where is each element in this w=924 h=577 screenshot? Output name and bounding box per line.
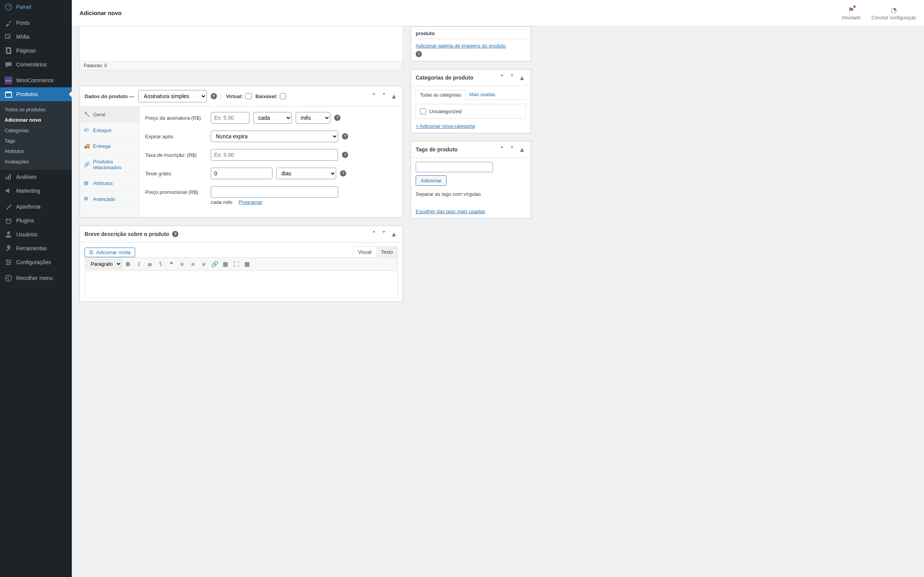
- move-down-icon[interactable]: ˅: [508, 145, 516, 154]
- subscription-price-label: Preço da assinatura (R$): [145, 115, 207, 121]
- ul-icon[interactable]: ≣: [145, 260, 154, 269]
- sidebar-item-usuarios[interactable]: Usuários: [0, 227, 72, 241]
- fullscreen-icon[interactable]: ⛶: [232, 260, 241, 269]
- submenu-tags[interactable]: Tags: [0, 136, 72, 146]
- more-icon[interactable]: ▦: [221, 260, 230, 269]
- sidebar-collapse[interactable]: Recolher menu: [0, 271, 72, 285]
- submenu-add-new[interactable]: Adicionar novo: [0, 115, 72, 125]
- tab-general[interactable]: 🔧Geral: [80, 107, 139, 122]
- sidebar-item-midia[interactable]: Mídia: [0, 30, 72, 44]
- add-tag-button[interactable]: Adicionar: [416, 175, 447, 186]
- tab-label: Geral: [93, 112, 105, 117]
- uncategorized-checkbox[interactable]: [420, 108, 426, 114]
- toggle-panel-icon[interactable]: ▴: [389, 92, 398, 100]
- help-icon[interactable]: ?: [416, 51, 422, 57]
- admin-sidebar: Painel Posts Mídia Páginas Comentários w…: [0, 0, 72, 336]
- help-icon[interactable]: ?: [334, 115, 340, 121]
- submenu-attributes[interactable]: Atributos: [0, 146, 72, 156]
- move-up-icon[interactable]: ˄: [369, 230, 378, 238]
- sidebar-item-painel[interactable]: Painel: [0, 0, 72, 14]
- submenu-reviews[interactable]: Avaliações: [0, 156, 72, 167]
- signup-fee-input[interactable]: [211, 149, 338, 161]
- editor-tab-visual[interactable]: Visual: [354, 247, 376, 257]
- link-icon[interactable]: 🔗: [210, 260, 219, 269]
- submenu-categories[interactable]: Categorias: [0, 125, 72, 136]
- add-category-link[interactable]: + Adicionar nova categoria: [416, 123, 526, 129]
- sidebar-item-aparencia[interactable]: Aparência: [0, 200, 72, 214]
- bold-icon[interactable]: B: [124, 260, 133, 269]
- move-up-icon[interactable]: ˄: [369, 92, 378, 100]
- sidebar-item-comentarios[interactable]: Comentários: [0, 58, 72, 71]
- help-icon[interactable]: ?: [342, 152, 348, 158]
- short-desc-editor[interactable]: [85, 271, 398, 298]
- pin-icon: [5, 19, 12, 27]
- sidebar-item-plugins[interactable]: Plugins: [0, 214, 72, 227]
- align-center-icon[interactable]: ≡: [188, 260, 198, 269]
- align-right-icon[interactable]: ≡: [199, 260, 208, 269]
- sidebar-item-woocommerce[interactable]: wooWooCommerce: [0, 73, 72, 87]
- toggle-panel-icon[interactable]: ▴: [518, 73, 526, 82]
- add-gallery-link[interactable]: Adicionar galeria de imagens do produto: [416, 43, 506, 49]
- sidebar-item-configuracoes[interactable]: Configurações: [0, 255, 72, 269]
- editor-content-area[interactable]: [80, 26, 403, 61]
- virtual-checkbox[interactable]: [245, 93, 252, 99]
- description-editor: Palavras: 0: [80, 26, 403, 70]
- add-media-button[interactable]: 🖻Adicionar mídia: [85, 248, 135, 257]
- help-icon[interactable]: ?: [342, 133, 348, 139]
- tab-label: Entrega: [93, 143, 111, 149]
- sidebar-label: Produtos: [16, 91, 38, 97]
- move-down-icon[interactable]: ˅: [379, 230, 388, 238]
- free-trial-unit-select[interactable]: dias: [276, 168, 336, 179]
- tab-most-used[interactable]: Mais usadas: [465, 90, 499, 100]
- editor-tab-text[interactable]: Texto: [376, 247, 398, 257]
- choose-tags-link[interactable]: Escolher das tags mais usadas: [416, 209, 485, 214]
- free-trial-label: Teste grátis:: [145, 171, 207, 176]
- downloadable-checkbox[interactable]: [280, 93, 286, 99]
- tab-label: Estoque: [93, 127, 112, 133]
- help-icon[interactable]: ?: [172, 231, 178, 237]
- tab-shipping[interactable]: 🚚Entrega: [80, 138, 139, 154]
- sidebar-item-posts[interactable]: Posts: [0, 16, 72, 30]
- sidebar-item-analises[interactable]: Análises: [0, 170, 72, 184]
- billing-period-select[interactable]: mês: [296, 112, 330, 124]
- toggle-panel-icon[interactable]: ▴: [389, 230, 398, 238]
- tab-all-categories[interactable]: Todas as categorias: [416, 90, 465, 100]
- billing-each-select[interactable]: cada: [253, 112, 292, 124]
- dashboard-icon: [5, 3, 12, 11]
- expire-after-select[interactable]: Nunca expira: [211, 131, 338, 142]
- list-icon: ▤: [84, 180, 90, 186]
- tags-input[interactable]: [416, 162, 493, 172]
- toolbar-toggle-icon[interactable]: ▦: [242, 260, 252, 269]
- subscription-price-input[interactable]: [211, 112, 249, 124]
- ol-icon[interactable]: ⒈: [156, 260, 165, 269]
- schedule-link[interactable]: Programar: [239, 199, 262, 205]
- svg-point-12: [7, 263, 8, 265]
- sidebar-label: Aparência: [16, 204, 41, 210]
- sidebar-item-paginas[interactable]: Páginas: [0, 44, 72, 58]
- move-up-icon[interactable]: ˄: [498, 145, 506, 154]
- submenu-all-products[interactable]: Todos os produtos: [0, 104, 72, 115]
- tab-inventory[interactable]: 🏷Estoque: [80, 122, 139, 138]
- quote-icon[interactable]: ❝: [167, 260, 176, 269]
- tab-attributes[interactable]: ▤Atributos: [80, 175, 139, 191]
- italic-icon[interactable]: I: [134, 260, 144, 269]
- move-up-icon[interactable]: ˄: [498, 73, 506, 82]
- align-left-icon[interactable]: ≡: [178, 260, 187, 269]
- gallery-panel: produto Adicionar galeria de imagens do …: [411, 26, 531, 61]
- sidebar-item-produtos[interactable]: Produtos: [0, 87, 72, 101]
- help-icon[interactable]: ?: [340, 170, 346, 176]
- toggle-panel-icon[interactable]: ▴: [518, 145, 526, 154]
- move-down-icon[interactable]: ˅: [379, 92, 388, 100]
- promo-price-input[interactable]: [211, 186, 338, 198]
- help-icon[interactable]: ?: [211, 93, 217, 99]
- format-select[interactable]: Parágrafo: [86, 259, 122, 269]
- sidebar-item-marketing[interactable]: Marketing: [0, 184, 72, 198]
- category-uncategorized[interactable]: Uncategorized: [420, 108, 522, 114]
- product-type-select[interactable]: Assinatura simples: [138, 90, 207, 102]
- sidebar-item-ferramentas[interactable]: Ferramentas: [0, 241, 72, 255]
- svg-rect-8: [10, 174, 11, 180]
- free-trial-input[interactable]: [211, 168, 272, 179]
- tab-advanced[interactable]: ⚙Avançado: [80, 191, 139, 207]
- move-down-icon[interactable]: ˅: [508, 73, 516, 82]
- tab-linked[interactable]: 🔗Produtos relacionados: [80, 154, 139, 175]
